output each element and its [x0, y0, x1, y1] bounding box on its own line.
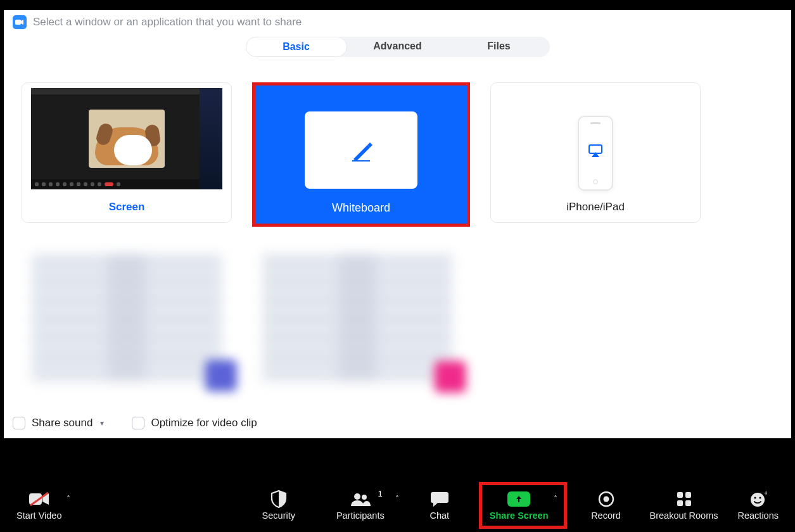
svg-point-14	[754, 497, 756, 498]
chat-label: Chat	[429, 510, 449, 521]
chat-icon	[430, 490, 449, 508]
share-option-iphone-label: iPhone/iPad	[566, 201, 625, 213]
whiteboard-thumbnail	[305, 111, 417, 189]
svg-text:+: +	[764, 491, 767, 497]
video-options-chevron[interactable]: ˄	[67, 495, 70, 504]
reactions-icon: +	[749, 490, 767, 508]
svg-rect-0	[15, 20, 21, 25]
share-option-window-1[interactable]	[22, 247, 232, 388]
pencil-icon	[348, 137, 374, 163]
svg-point-5	[354, 493, 360, 500]
tab-files[interactable]: Files	[448, 37, 550, 57]
share-option-window-2[interactable]	[252, 247, 462, 388]
share-screen-highlight: Share Screen ˄	[479, 482, 567, 529]
share-screen-label: Share Screen	[490, 510, 549, 521]
share-options-row: Share sound ▾ Optimize for video clip	[13, 417, 257, 429]
participants-label: Participants	[336, 510, 385, 521]
breakout-rooms-icon	[676, 490, 692, 508]
meeting-toolbar: Start Video ˄ Security 1 Participants ˄ …	[0, 479, 795, 532]
zoom-logo-icon	[13, 15, 27, 29]
svg-point-6	[362, 495, 367, 500]
share-screen-options-chevron[interactable]: ˄	[554, 495, 557, 504]
participants-icon	[350, 490, 371, 508]
start-video-label: Start Video	[16, 510, 61, 521]
share-source-grid: Screen Whiteboard iPhone/iPad	[4, 57, 791, 394]
tab-basic[interactable]: Basic	[246, 37, 347, 57]
svg-rect-9	[677, 492, 683, 498]
participants-count: 1	[378, 489, 383, 498]
participants-button[interactable]: 1 Participants	[326, 490, 395, 521]
svg-rect-11	[677, 500, 683, 506]
record-button[interactable]: Record	[581, 490, 632, 521]
dialog-header: Select a window or an application that y…	[4, 10, 791, 32]
share-sound-checkbox[interactable]: Share sound ▾	[13, 417, 104, 429]
record-icon	[598, 490, 614, 508]
share-sound-label: Share sound	[32, 417, 92, 429]
share-option-iphone-ipad[interactable]: iPhone/iPad	[490, 82, 701, 223]
record-label: Record	[591, 510, 621, 521]
reactions-label: Reactions	[738, 510, 779, 521]
share-option-screen-label: Screen	[109, 201, 145, 213]
share-screen-icon	[507, 490, 530, 508]
shield-icon	[270, 490, 287, 508]
chat-button[interactable]: Chat	[414, 490, 465, 521]
svg-point-15	[759, 497, 761, 498]
share-screen-dialog: Select a window or an application that y…	[4, 10, 791, 438]
optimize-video-checkbox[interactable]: Optimize for video clip	[132, 417, 257, 429]
svg-rect-12	[685, 500, 691, 506]
screen-thumbnail	[31, 88, 222, 189]
svg-rect-10	[685, 492, 691, 498]
optimize-video-label: Optimize for video clip	[151, 417, 257, 429]
breakout-rooms-label: Breakout Rooms	[650, 510, 718, 521]
chevron-down-icon[interactable]: ▾	[100, 419, 104, 428]
svg-rect-1	[352, 160, 370, 162]
share-option-whiteboard[interactable]: Whiteboard	[252, 82, 470, 227]
breakout-rooms-button[interactable]: Breakout Rooms	[643, 490, 725, 521]
security-label: Security	[262, 510, 295, 521]
tab-advanced[interactable]: Advanced	[347, 37, 448, 57]
security-button[interactable]: Security	[253, 490, 304, 521]
dog-image-placeholder	[89, 110, 165, 168]
reactions-button[interactable]: + Reactions	[733, 490, 784, 521]
checkbox-icon	[13, 417, 25, 429]
svg-point-13	[751, 493, 765, 507]
share-option-whiteboard-label: Whiteboard	[332, 201, 390, 215]
dialog-title: Select a window or an application that y…	[33, 16, 302, 28]
video-off-icon	[29, 490, 50, 508]
share-screen-button[interactable]: Share Screen	[485, 490, 554, 521]
airplay-icon	[588, 144, 603, 160]
participants-options-chevron[interactable]: ˄	[395, 495, 399, 504]
start-video-button[interactable]: Start Video	[11, 490, 67, 521]
iphone-thumbnail	[578, 116, 613, 191]
svg-point-8	[603, 497, 609, 502]
checkbox-icon	[132, 417, 144, 429]
share-tabs: Basic Advanced Files	[4, 37, 791, 57]
share-option-screen[interactable]: Screen	[22, 82, 232, 223]
